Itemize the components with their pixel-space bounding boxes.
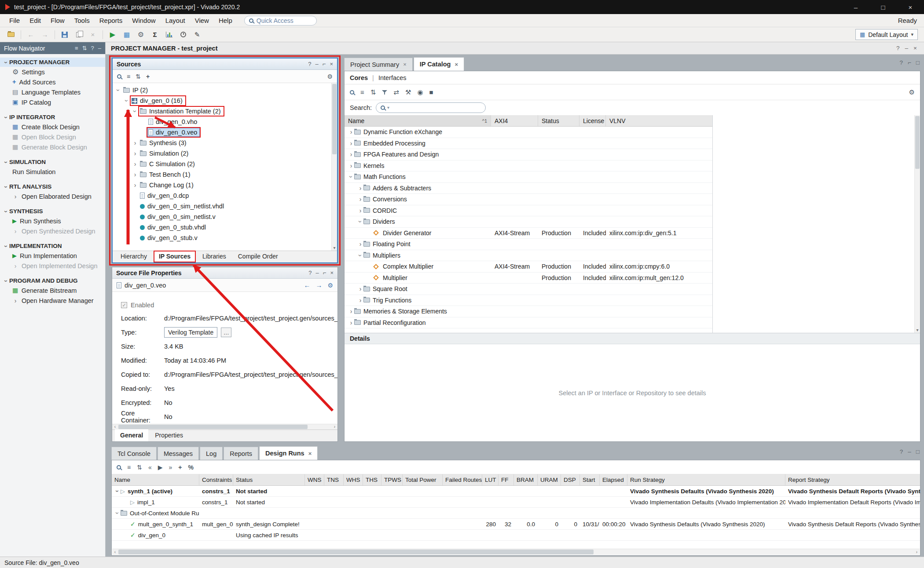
tab-general[interactable]: General [115,430,148,441]
percent-icon[interactable]: % [188,464,193,470]
filter-icon[interactable] [382,90,387,95]
run-icon[interactable]: ▶ [158,464,163,470]
tab-libraries[interactable]: Libraries [197,251,231,262]
scroll-down-icon[interactable]: ▾ [915,328,920,332]
menu-window[interactable]: Window [127,15,160,25]
quick-access-search[interactable]: Quick Access [244,16,317,25]
close-icon[interactable]: × [308,450,312,457]
chevron-right-icon[interactable]: › [357,185,363,191]
runs-column-whs[interactable]: WHS [344,474,363,485]
runs-column-tns[interactable]: TNS [324,474,344,485]
runs-column-dsp[interactable]: DSP [561,474,580,485]
minimize-icon[interactable]: – [98,45,101,51]
edit-button[interactable]: ✎ [191,29,204,40]
chevron-down-icon[interactable]: › [132,108,138,114]
chevron-right-icon[interactable]: › [132,140,138,146]
chevron-right-icon[interactable]: › [357,297,363,303]
layout-selector[interactable]: ▦ Default Layout ▾ [855,29,918,40]
help-icon[interactable]: ? [308,61,311,67]
chevron-right-icon[interactable]: › [132,161,138,167]
runs-column-report-strategy[interactable]: Report Strategy [785,474,920,485]
sources-tree-item[interactable]: ›Simulation (2) [113,148,337,159]
flow-section-program-and-debug[interactable]: ›PROGRAM AND DEBUG [0,276,105,285]
tab-compile-order[interactable]: Compile Order [233,251,283,262]
skip-to-end-icon[interactable]: » [169,464,172,470]
catalog-row[interactable]: ›Conversions [345,194,712,205]
runs-column-lut[interactable]: LUT [482,474,499,485]
gear-icon[interactable]: ⚙ [327,282,333,288]
catalog-row[interactable]: ›Multipliers [345,250,712,262]
chevron-right-icon[interactable]: › [132,182,138,188]
float-icon[interactable]: ⌐ [323,270,326,276]
chevron-down-icon[interactable]: › [114,510,121,516]
catalog-row[interactable]: Complex MultiplierAXI4-StreamProductionI… [345,261,712,273]
flow-item-generate-block-design[interactable]: ▦Generate Block Design [0,142,105,152]
runs-column-ff[interactable]: FF [499,474,514,485]
help-icon[interactable]: ? [896,45,900,51]
chevron-right-icon[interactable]: › [348,163,354,169]
back-icon[interactable]: ← [304,282,310,288]
catalog-column-vlnv[interactable]: VLNV [606,115,712,126]
catalog-row[interactable]: ›Trig Functions [345,295,712,306]
sources-tree-item[interactable]: ›IP (2) [113,85,337,95]
expand-all-icon[interactable]: ⇅ [82,45,87,51]
close-icon[interactable]: × [455,61,458,68]
sources-tree-item[interactable]: div_gen_0.vho [113,117,337,127]
sources-tree-item[interactable]: div_gen_0.veo [113,127,337,138]
chevron-down-icon[interactable]: › [115,87,121,93]
catalog-row[interactable]: MultiplierProductionIncludedxilinx.com:i… [345,273,712,284]
chevron-right-icon[interactable]: › [357,196,363,202]
menu-tools[interactable]: Tools [70,15,95,25]
timing-button[interactable] [176,29,190,40]
runs-row-mult-gen-0-synth-1[interactable]: ✓mult_gen_0_synth_1mult_gen_0synth_desig… [112,519,920,530]
catalog-row[interactable]: ›Square Root [345,284,712,295]
chevron-right-icon[interactable]: › [348,140,354,146]
catalog-row[interactable]: ›Math Functions [345,171,712,183]
expand-all-icon[interactable]: ⇅ [137,464,142,470]
flow-section-ip-integrator[interactable]: ›IP INTEGRATOR [0,113,105,122]
help-icon[interactable]: ? [900,449,903,455]
help-icon[interactable]: ? [899,60,903,66]
browse-button[interactable]: … [221,328,231,337]
tab-ip-sources[interactable]: IP Sources [154,251,196,262]
save-button[interactable] [58,29,71,40]
tab-messages[interactable]: Messages [158,447,199,460]
collapse-all-icon[interactable]: ≡ [360,89,364,95]
tab-reports[interactable]: Reports [224,447,258,460]
stack-button[interactable]: ▦ [120,29,133,40]
close-icon[interactable]: × [330,61,333,67]
undo-button[interactable]: ← [24,29,37,40]
search-icon[interactable] [117,74,121,79]
properties-hscrollbar[interactable]: ‹ › [112,424,337,430]
menu-edit[interactable]: Edit [25,15,46,25]
search-icon[interactable] [350,90,354,95]
runs-row-impl-1[interactable]: ▷impl_1constrs_1Not startedVivado Implem… [112,497,920,508]
tab-properties[interactable]: Properties [150,430,188,441]
catalog-row[interactable]: ›Adders & Subtracters [345,183,712,194]
flow-item-create-block-design[interactable]: ▦Create Block Design [0,122,105,132]
catalog-row[interactable]: ›Memories & Storage Elements [345,306,712,317]
runs-column-bram[interactable]: BRAM [514,474,538,485]
runs-column-constraints[interactable]: Constraints [199,474,233,485]
float-icon[interactable]: ⌐ [323,61,326,67]
scroll-right-icon[interactable]: › [332,424,337,430]
expand-all-icon[interactable]: ⇅ [136,73,141,80]
tab-log[interactable]: Log [200,447,223,460]
catalog-row[interactable]: ›Kernels [345,160,712,172]
scroll-down-icon[interactable]: ▾ [332,246,337,250]
chevron-down-icon[interactable]: › [114,488,121,494]
add-sources-icon[interactable]: + [146,73,150,80]
flow-item-ip-catalog[interactable]: ▣IP Catalog [0,97,105,107]
catalog-row[interactable]: ›Floating Point [345,239,712,250]
flow-item-open-elaborated-design[interactable]: ›Open Elaborated Design [0,191,105,201]
runs-row-div-gen-0[interactable]: ✓div_gen_0Using cached IP results [112,530,920,541]
tab-cores[interactable]: Cores [350,74,368,81]
maximize-button[interactable]: □ [869,0,897,14]
catalog-row[interactable]: ›Partial Reconfiguration [345,317,712,329]
chevron-right-icon[interactable]: › [348,320,354,326]
sources-tree-item[interactable]: ›Test Bench (1) [113,169,337,180]
scrollbar-thumb[interactable] [118,425,308,429]
flow-section-simulation[interactable]: ›SIMULATION [0,157,105,167]
target-icon[interactable]: ◉ [417,89,423,95]
minimize-icon[interactable]: – [905,45,909,51]
